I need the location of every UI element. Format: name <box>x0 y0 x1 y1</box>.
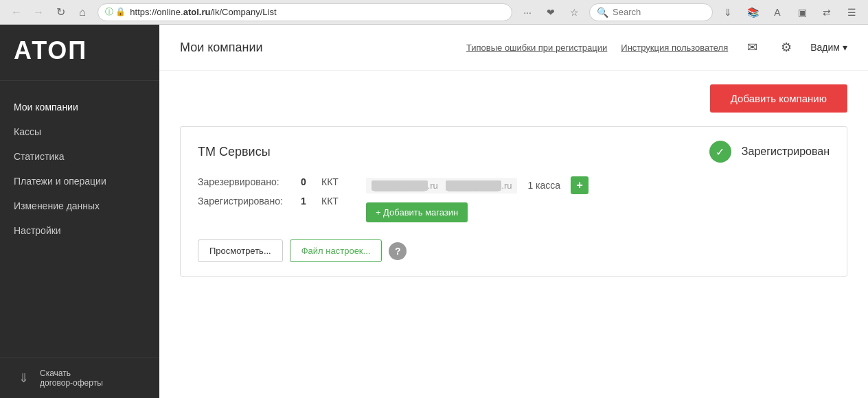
company-status: Зарегистрирован <box>742 145 830 158</box>
company-footer: Просмотреть... Файл настроек... ? <box>198 239 830 262</box>
browser-nav-buttons: ← → ↻ ⌂ <box>7 3 92 22</box>
chevron-down-icon: ▾ <box>843 42 847 53</box>
store-count: 1 касса <box>527 180 560 191</box>
add-company-row: Добавить компанию <box>180 84 847 113</box>
user-menu-button[interactable]: Вадим ▾ <box>810 42 847 53</box>
mail-button[interactable]: ✉ <box>742 37 762 58</box>
sidebar-item-change-data[interactable]: Изменение данных <box>0 194 159 218</box>
help-icon[interactable]: ? <box>389 242 407 260</box>
store-url: ████████.ru ████████.ru <box>366 178 518 194</box>
registered-value: 1 <box>301 196 315 207</box>
main-content: Мои компании Типовые ошибки при регистра… <box>159 25 868 398</box>
atol-ext-button[interactable]: A <box>768 3 787 22</box>
app-layout: АТОП Мои компании Кассы Статистика Плате… <box>0 25 868 398</box>
sidebar-item-statistics[interactable]: Статистика <box>0 144 159 169</box>
url-text: https://online.atol.ru/lk/Company/List <box>130 7 505 17</box>
logo-text: АТОП <box>14 38 146 63</box>
tab-view-button[interactable]: ▣ <box>792 3 812 22</box>
refresh-button[interactable]: ↻ <box>51 3 70 22</box>
sidebar-item-settings[interactable]: Настройки <box>0 218 159 243</box>
pocket-button[interactable]: ❤ <box>541 3 560 22</box>
search-icon: 🔍 <box>597 7 608 18</box>
settings-button[interactable]: ⚙ <box>776 37 797 58</box>
sidebar-nav: Мои компании Кассы Статистика Платежи и … <box>0 81 159 358</box>
reserved-stat-row: Зарезервировано: 0 ККТ <box>198 176 339 187</box>
company-card: ТМ Сервисы ✓ Зарегистрирован Зарезервиро… <box>180 126 847 277</box>
search-box[interactable]: 🔍 <box>589 3 713 21</box>
company-header: ТМ Сервисы ✓ Зарегистрирован <box>198 141 830 163</box>
company-stores: ████████.ru ████████.ru 1 касса + + Доба… <box>366 176 830 222</box>
back-button[interactable]: ← <box>7 3 26 22</box>
sidebar: АТОП Мои компании Кассы Статистика Плате… <box>0 25 159 398</box>
search-input[interactable] <box>613 7 705 17</box>
browser-extras: ··· ❤ ☆ <box>518 3 584 22</box>
address-bar[interactable]: ⓘ 🔒 https://online.atol.ru/lk/Company/Li… <box>98 3 512 21</box>
sidebar-footer[interactable]: ⇓ Скачать договор-оферты <box>0 358 159 398</box>
reserved-label: Зарезервировано: <box>198 176 294 187</box>
bookmark-button[interactable]: ☆ <box>564 3 584 22</box>
sidebar-item-kassas[interactable]: Кассы <box>0 119 159 144</box>
company-name: ТМ Сервисы <box>198 145 699 159</box>
registered-unit: ККТ <box>321 196 339 207</box>
top-header: Мои компании Типовые ошибки при регистра… <box>159 25 868 71</box>
store-url-masked2: ████████ <box>446 180 502 191</box>
view-button[interactable]: Просмотреть... <box>198 239 283 262</box>
sidebar-logo: АТОП <box>0 25 159 81</box>
add-company-button[interactable]: Добавить компанию <box>710 84 847 113</box>
content-area: Добавить компанию ТМ Сервисы ✓ Зарегистр… <box>159 71 868 398</box>
registered-label: Зарегистрировано: <box>198 196 294 207</box>
add-store-icon-button[interactable]: + <box>571 176 589 194</box>
settings-file-button[interactable]: Файл настроек... <box>290 239 382 262</box>
browser-chrome: ← → ↻ ⌂ ⓘ 🔒 https://online.atol.ru/lk/Co… <box>0 0 868 25</box>
lock-icon: ⓘ 🔒 <box>105 6 126 18</box>
forward-button[interactable]: → <box>29 3 48 22</box>
home-button[interactable]: ⌂ <box>73 3 92 22</box>
user-manual-link[interactable]: Инструкция пользователя <box>621 43 728 53</box>
sync-button[interactable]: ⇄ <box>817 3 836 22</box>
user-name: Вадим <box>810 42 840 53</box>
menu-button[interactable]: ☰ <box>842 3 861 22</box>
reserved-unit: ККТ <box>321 176 339 187</box>
sidebar-item-payments[interactable]: Платежи и операции <box>0 169 159 194</box>
more-button[interactable]: ··· <box>518 3 537 22</box>
library-button[interactable]: 📚 <box>743 3 762 22</box>
typical-errors-link[interactable]: Типовые ошибки при регистрации <box>466 43 607 53</box>
status-check-icon: ✓ <box>709 141 731 163</box>
page-title: Мои компании <box>180 40 263 55</box>
registered-stat-row: Зарегистрировано: 1 ККТ <box>198 196 339 207</box>
company-body: Зарезервировано: 0 ККТ Зарегистрировано:… <box>198 176 830 222</box>
download-contract-icon: ⇓ <box>14 368 33 388</box>
store-row: ████████.ru ████████.ru 1 касса + <box>366 176 830 194</box>
add-shop-button[interactable]: + Добавить магазин <box>366 202 468 222</box>
header-links: Типовые ошибки при регистрации Инструкци… <box>466 37 847 58</box>
add-shop-row: + Добавить магазин <box>366 202 830 222</box>
reserved-value: 0 <box>301 176 315 187</box>
store-url-masked1: ████████ <box>372 180 428 191</box>
company-stats: Зарезервировано: 0 ККТ Зарегистрировано:… <box>198 176 339 222</box>
sidebar-item-my-companies[interactable]: Мои компании <box>0 95 159 119</box>
download-manager-button[interactable]: ⇓ <box>718 3 738 22</box>
download-contract-label: Скачать договор-оферты <box>40 368 103 388</box>
